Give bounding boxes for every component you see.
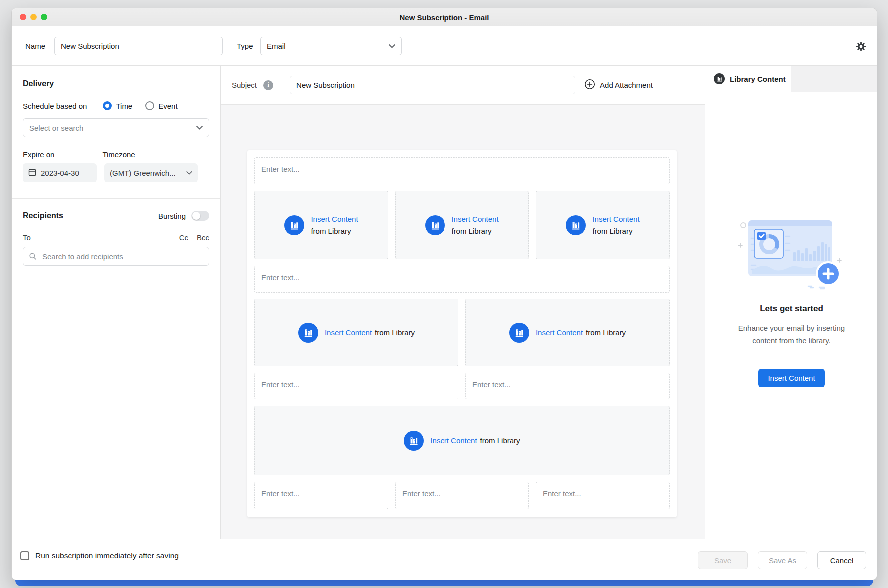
from-library-label: from Library [311,225,358,237]
insert-content-link[interactable]: Insert Content [592,213,639,225]
tab-library-content[interactable]: Library Content [705,66,791,92]
lets-get-started-heading: Lets get started [705,304,877,314]
enter-text-placeholder: Enter text... [261,380,300,389]
subject-bar: Subject i Add Attachment [221,66,705,105]
email-text-block[interactable]: Enter text... [395,482,529,509]
radio-event[interactable]: Event [145,101,177,110]
bcc-button[interactable]: Bcc [197,233,209,242]
settings-gear-icon[interactable] [854,40,867,53]
insert-content-link[interactable]: Insert Content [311,213,358,225]
email-text-block[interactable]: Enter text... [254,157,670,184]
insert-content-block[interactable]: Insert Content from Library [395,191,529,259]
enter-text-placeholder: Enter text... [472,380,511,389]
insert-content-button[interactable]: Insert Content [758,369,824,387]
library-panel-body: Lets get started Enhance your email by i… [705,92,877,539]
insert-content-link[interactable]: Insert Content [430,436,477,445]
insert-content-block[interactable]: Insert Content from Library [254,191,388,259]
subject-input[interactable] [290,76,575,94]
email-text-block[interactable]: Enter text... [465,373,670,399]
from-library-label: from Library [375,328,415,337]
bursting-label: Bursting [158,212,186,220]
insert-content-block[interactable]: Insert Content from Library [536,191,670,259]
type-select[interactable]: Email [260,37,402,55]
save-button[interactable]: Save [698,551,748,569]
library-panel-description: Enhance your email by inserting content … [729,322,855,347]
header-row: Name Type Email [12,26,877,66]
schedule-select[interactable]: Select or search [23,118,209,137]
bursting-toggle[interactable] [191,211,209,221]
enter-text-placeholder: Enter text... [261,489,300,498]
titlebar: New Subscription - Email [12,8,877,26]
enter-text-placeholder: Enter text... [261,273,300,282]
library-books-icon [425,215,445,235]
subject-label: Subject [232,81,257,89]
checkbox-unchecked-icon[interactable] [20,551,29,560]
name-input[interactable] [54,37,223,55]
plus-circle-icon [584,79,595,91]
cc-button[interactable]: Cc [179,233,188,242]
email-text-block[interactable]: Enter text... [254,373,458,399]
radio-time[interactable]: Time [103,101,132,110]
run-immediately-label: Run subscription immediately after savin… [35,551,179,560]
type-select-value: Email [267,42,286,50]
from-library-label: from Library [480,436,520,445]
recipients-search-input[interactable] [23,247,209,266]
email-text-block[interactable]: Enter text... [254,266,670,293]
email-template-card: Enter text... [247,150,677,517]
info-icon: i [263,80,273,90]
radio-event-label: Event [158,102,177,110]
save-as-button[interactable]: Save As [758,551,807,569]
to-label: To [23,233,31,242]
library-empty-state-illustration [734,215,849,290]
timezone-select[interactable]: (GMT) Greenwich... [104,163,198,182]
email-editor-main: Subject i Add Attachment [221,66,705,539]
from-library-label: from Library [592,225,639,237]
timezone-label: Timezone [102,150,135,159]
library-tabbar: Library Content [705,66,877,92]
calendar-icon [28,168,36,178]
insert-content-link[interactable]: Insert Content [536,328,583,337]
expire-date-value: 2023-04-30 [41,169,79,177]
library-books-icon [298,323,318,343]
library-content-icon [714,73,725,84]
delivery-sidebar: Delivery Schedule based on Time Event Se… [12,66,221,539]
toggle-knob [192,212,200,220]
chevron-down-icon [389,44,395,48]
expire-on-label: Expire on [23,150,54,159]
insert-content-link[interactable]: Insert Content [451,213,498,225]
timezone-value: (GMT) Greenwich... [110,169,176,177]
expire-date-picker[interactable]: 2023-04-30 [23,163,97,182]
enter-text-placeholder: Enter text... [543,489,581,498]
email-canvas: Enter text... [221,105,705,539]
chevron-down-icon [186,171,192,175]
name-label: Name [25,42,45,50]
schedule-based-on-label: Schedule based on [23,102,87,110]
insert-content-block[interactable]: Insert Content from Library [254,406,670,475]
library-books-icon [509,323,529,343]
radio-time-label: Time [116,102,132,110]
insert-content-block[interactable]: Insert Content from Library [465,299,670,366]
new-subscription-dialog: New Subscription - Email Name Type Email [11,8,877,580]
enter-text-placeholder: Enter text... [261,165,300,173]
run-immediately-option[interactable]: Run subscription immediately after savin… [20,551,179,560]
cancel-button[interactable]: Cancel [817,551,866,569]
footer-bar: Run subscription immediately after savin… [12,539,877,580]
delivery-heading: Delivery [23,79,209,88]
add-attachment-button[interactable]: Add Attachment [584,79,653,91]
schedule-select-placeholder: Select or search [29,124,83,132]
from-library-label: from Library [451,225,498,237]
tab-library-content-label: Library Content [730,75,786,83]
type-label: Type [237,42,253,50]
enter-text-placeholder: Enter text... [402,489,441,498]
email-text-block[interactable]: Enter text... [536,482,670,509]
library-books-icon [404,431,424,451]
library-content-panel: Library Content [705,66,877,539]
insert-content-block[interactable]: Insert Content from Library [254,299,458,366]
insert-content-link[interactable]: Insert Content [325,328,372,337]
add-attachment-label: Add Attachment [600,81,653,89]
from-library-label: from Library [586,328,626,337]
email-text-block[interactable]: Enter text... [254,482,388,509]
chevron-down-icon [196,126,203,130]
sidebar-divider [12,198,220,199]
radio-selected-icon [103,101,112,110]
